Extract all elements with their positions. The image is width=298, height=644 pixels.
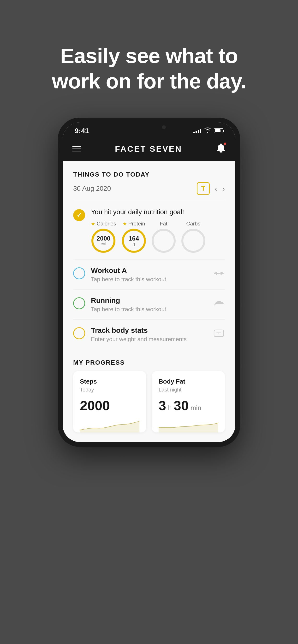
protein-unit: g	[133, 242, 135, 246]
signal-icon	[193, 128, 201, 133]
headline-text: Easily see what towork on for the day.	[19, 43, 279, 94]
body-stats-title: Track body stats	[91, 326, 207, 334]
body-stats-subtitle: Enter your weight and measurements	[91, 336, 207, 342]
workout-subtitle: Tap here to track this workout	[91, 276, 207, 283]
nutrition-content: You hit your daily nutrition goal! ★ Cal…	[91, 208, 225, 253]
steps-subtitle: Today	[80, 387, 139, 393]
running-check	[73, 297, 85, 309]
calories-value: 2000	[96, 235, 110, 242]
calories-item: ★ Calories 2000 cal	[91, 221, 116, 253]
status-time: 9:41	[75, 127, 89, 135]
star-icon: ★	[91, 221, 95, 227]
notch	[125, 122, 173, 132]
body-fat-title: Body Fat	[159, 378, 218, 385]
protein-value: 164	[129, 235, 139, 242]
menu-icon[interactable]	[72, 146, 81, 152]
prev-day-button[interactable]: ‹	[215, 184, 217, 193]
fat-label: Fat	[160, 221, 168, 227]
battery-fill	[215, 130, 221, 132]
phone-mockup: 9:41	[58, 118, 240, 447]
workout-check	[73, 268, 85, 279]
minutes-unit: min	[191, 404, 201, 412]
app-title: FACET SEVEN	[115, 144, 182, 154]
carbs-circle	[181, 229, 205, 253]
nutrition-grid: ★ Calories 2000 cal	[91, 221, 225, 253]
nutrition-title: You hit your daily nutrition goal!	[91, 208, 184, 216]
app-header: FACET SEVEN	[63, 138, 235, 161]
nutrition-task[interactable]: ✓ You hit your daily nutrition goal! ★ C…	[73, 208, 225, 260]
progress-grid: Steps Today 2000	[73, 371, 225, 432]
svg-rect-6	[221, 273, 224, 274]
body-stats-task[interactable]: Track body stats Enter your weight and m…	[73, 326, 225, 349]
star-icon: ★	[123, 221, 127, 227]
calories-label: Calories	[97, 221, 116, 227]
wifi-icon	[204, 128, 211, 134]
battery-icon	[214, 128, 223, 133]
current-date: 30 Aug 2020	[73, 185, 111, 192]
notch-dot	[162, 125, 166, 129]
carbs-item: Carbs	[181, 221, 205, 253]
workout-task[interactable]: Workout A Tap here to track this workout	[73, 266, 225, 290]
calories-unit: cal	[101, 242, 106, 246]
body-stats-content: Track body stats Enter your weight and m…	[91, 326, 207, 342]
protein-circle: 164 g	[122, 229, 146, 253]
body-fat-hours: 3	[159, 398, 166, 413]
shoe-icon	[213, 297, 225, 309]
hours-unit: h	[168, 404, 172, 412]
protein-item: ★ Protein 164 g	[122, 221, 146, 253]
main-content: THINGS TO DO TODAY 30 Aug 2020 T ‹ › ✓	[63, 161, 235, 442]
today-button[interactable]: T	[197, 182, 210, 195]
svg-rect-4	[217, 273, 221, 274]
body-fat-value-row: 3 h 30 min	[159, 398, 218, 413]
svg-rect-5	[214, 273, 216, 274]
body-fat-graph	[159, 418, 218, 432]
running-subtitle: Tap here to track this workout	[91, 306, 207, 313]
fat-item: Fat	[152, 221, 176, 253]
protein-label: Protein	[128, 221, 145, 227]
status-bar: 9:41	[63, 122, 235, 138]
progress-section: MY PROGRESS Steps Today 2000	[73, 352, 225, 432]
running-title: Running	[91, 296, 207, 304]
calories-circle: 2000 cal	[91, 229, 115, 253]
status-icons	[193, 128, 223, 134]
notifications-button[interactable]	[216, 143, 226, 154]
dumbbell-icon	[213, 268, 225, 279]
notification-badge	[223, 142, 227, 146]
steps-title: Steps	[80, 378, 139, 385]
steps-value: 2000	[80, 398, 110, 413]
scale-icon	[213, 327, 225, 339]
carbs-label: Carbs	[186, 221, 200, 227]
body-fat-minutes: 30	[174, 398, 189, 413]
headline-section: Easily see what towork on for the day.	[0, 0, 298, 118]
body-stats-check	[73, 327, 85, 339]
running-task[interactable]: Running Tap here to track this workout	[73, 296, 225, 320]
section-title: THINGS TO DO TODAY	[73, 171, 225, 178]
date-row: 30 Aug 2020 T ‹ ›	[73, 182, 225, 201]
workout-title: Workout A	[91, 266, 207, 274]
phone-screen: 9:41	[63, 122, 235, 442]
steps-card[interactable]: Steps Today 2000	[73, 371, 146, 432]
progress-title: MY PROGRESS	[73, 359, 225, 366]
body-fat-card[interactable]: Body Fat Last night 3 h 30 min	[152, 371, 225, 432]
date-controls: T ‹ ›	[197, 182, 225, 195]
workout-content: Workout A Tap here to track this workout	[91, 266, 207, 283]
next-day-button[interactable]: ›	[222, 184, 225, 193]
nutrition-check: ✓	[73, 209, 85, 221]
fat-circle	[152, 229, 176, 253]
running-content: Running Tap here to track this workout	[91, 296, 207, 313]
body-fat-subtitle: Last night	[159, 387, 218, 393]
steps-graph	[80, 418, 139, 432]
